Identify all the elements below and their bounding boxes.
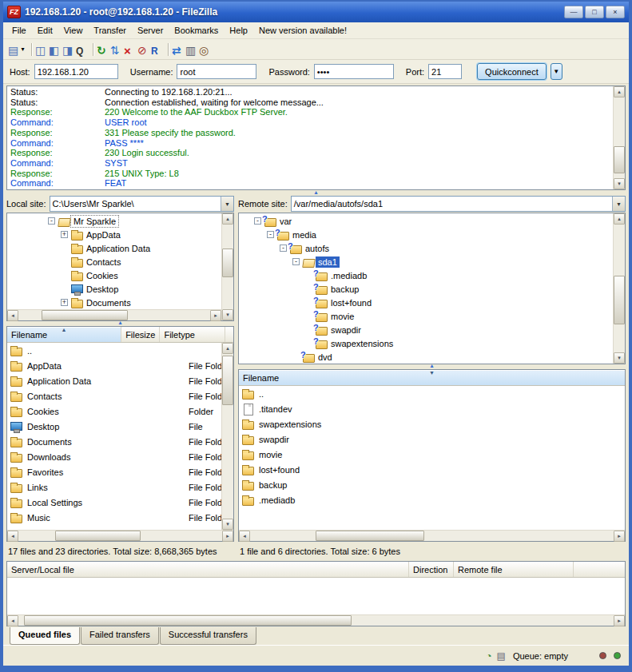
remote-file-list[interactable]: .. .titandev swapextensions [239, 386, 625, 530]
local-tree-hscrollbar[interactable]: ◂ ▸ [7, 309, 221, 320]
menu-item[interactable]: Help [224, 23, 253, 38]
local-file-list[interactable]: .. AppData File Folder [7, 343, 221, 530]
queue-hscrollbar[interactable]: ◂ ▸ [7, 614, 625, 626]
file-row[interactable]: Documents File Folder [7, 434, 221, 449]
transfer-queue-area[interactable] [7, 578, 625, 614]
file-row[interactable]: swapdir [239, 431, 625, 447]
quickconnect-button[interactable]: Quickconnect [477, 63, 547, 80]
scroll-right-icon[interactable]: ▸ [614, 615, 625, 626]
maximize-button[interactable]: □ [585, 6, 604, 18]
menu-item[interactable]: File [6, 23, 32, 38]
scroll-up-icon[interactable]: ▴ [222, 343, 233, 354]
remote-directory-tree[interactable]: - var - media [239, 213, 613, 364]
splitter-collapse-icon[interactable]: ▴ [430, 363, 433, 369]
scroll-left-icon[interactable]: ◂ [239, 531, 250, 542]
tree-item[interactable]: swapdir [239, 323, 613, 336]
tree-expander-icon[interactable]: - [267, 231, 274, 238]
menu-item[interactable]: Edit [32, 23, 58, 38]
tree-item[interactable]: swapextensions [239, 336, 613, 350]
tree-item[interactable]: Contacts [7, 255, 221, 268]
combo-arrow-icon[interactable]: ▼ [612, 197, 625, 211]
log-scrollbar[interactable]: ▴ ▾ [613, 86, 625, 189]
scroll-down-icon[interactable]: ▾ [614, 178, 625, 189]
close-button[interactable]: × [606, 6, 625, 18]
menu-item[interactable]: Transfer [88, 23, 132, 38]
tree-item[interactable]: - var [239, 214, 613, 228]
scroll-right-icon[interactable]: ▸ [210, 310, 221, 321]
tree-expander-icon[interactable]: + [61, 231, 68, 238]
find-files-icon[interactable]: ◎ [199, 44, 213, 55]
file-row[interactable]: Contacts File Folder [7, 388, 221, 404]
scroll-right-icon[interactable]: ▸ [222, 531, 233, 542]
message-log[interactable]: Status:Connecting to 192.168.1.20:21... … [7, 86, 613, 189]
tree-item[interactable]: - media [239, 228, 613, 241]
local-list-hscrollbar[interactable]: ◂ ▸ [7, 530, 233, 541]
quickconnect-dropdown-button[interactable]: ▼ [551, 63, 562, 80]
file-row[interactable]: Local Settings File Folder [7, 495, 221, 510]
tab-failed-transfers[interactable]: Failed transfers [81, 627, 159, 645]
local-directory-tree[interactable]: - Mr Sparkle + AppData [7, 213, 221, 309]
directory-comparison-icon[interactable]: ▥ [185, 44, 199, 55]
menu-item[interactable]: Bookmarks [169, 23, 224, 38]
column-header-direction[interactable]: Direction [409, 562, 454, 577]
file-row[interactable]: Desktop File [7, 419, 221, 434]
scroll-up-icon[interactable]: ▴ [222, 213, 233, 225]
disconnect-icon[interactable]: ⊘ [137, 44, 151, 55]
combo-arrow-icon[interactable]: ▼ [221, 197, 233, 211]
tree-item[interactable]: + AppData [7, 228, 221, 241]
tree-item[interactable]: + Documents [7, 296, 221, 309]
tree-item[interactable]: .mediadb [239, 268, 613, 282]
file-row[interactable]: Favorites File Folder [7, 464, 221, 479]
menu-item[interactable]: View [58, 23, 89, 38]
tree-item[interactable]: - Mr Sparkle [7, 214, 221, 228]
cancel-icon[interactable]: × [124, 44, 137, 55]
file-row[interactable]: AppData File Folder [7, 358, 221, 373]
queue-indicator-icon[interactable]: ▤ [497, 650, 506, 662]
port-input[interactable] [428, 64, 462, 79]
file-row[interactable]: Links File Folder [7, 479, 221, 495]
splitter-collapse-icon[interactable]: ▴ [118, 320, 121, 326]
tab-queued-files[interactable]: Queued files [10, 627, 80, 645]
password-input[interactable] [314, 64, 394, 79]
remote-tree-list-splitter[interactable]: ▴ [238, 364, 626, 369]
tree-expander-icon[interactable]: - [292, 258, 300, 265]
file-row[interactable]: Application Data File Folder [7, 373, 221, 388]
log-panes-splitter[interactable]: ▴ [3, 190, 629, 195]
remote-site-combobox[interactable]: /var/media/autofs/sda1 ▼ [291, 196, 626, 212]
toggle-message-log-icon[interactable]: ◫ [35, 44, 49, 55]
scroll-left-icon[interactable]: ◂ [7, 531, 18, 542]
tree-item[interactable]: Desktop [7, 282, 221, 296]
toggle-remote-tree-icon[interactable]: ◨ [62, 44, 76, 55]
scroll-left-icon[interactable]: ◂ [7, 615, 18, 626]
scroll-down-icon[interactable]: ▾ [222, 519, 233, 530]
tab-successful-transfers[interactable]: Successful transfers [160, 627, 256, 645]
reconnect-icon[interactable]: R [151, 44, 165, 55]
file-row[interactable]: .titandev [239, 401, 625, 416]
tree-item[interactable]: backup [239, 282, 613, 296]
splitter-collapse-icon[interactable]: ▴ [314, 189, 317, 196]
toggle-local-tree-icon[interactable]: ◧ [49, 44, 62, 55]
file-row[interactable]: .. [239, 386, 625, 401]
column-header-local-file[interactable]: Server/Local file [7, 562, 409, 577]
local-tree-vscrollbar[interactable]: ▴ ▾ [221, 213, 233, 320]
scroll-right-icon[interactable]: ▸ [614, 531, 625, 542]
local-site-combobox[interactable]: C:\Users\Mr Sparkle\ ▼ [50, 196, 234, 212]
toggle-queue-icon[interactable]: Q [76, 44, 89, 55]
scroll-up-icon[interactable]: ▴ [614, 86, 625, 97]
tree-expander-icon[interactable]: - [280, 245, 287, 252]
column-header-remote-file[interactable]: Remote file [454, 562, 574, 577]
file-row[interactable]: Downloads File Folder [7, 449, 221, 464]
remote-list-hscrollbar[interactable]: ◂ ▸ [239, 530, 625, 541]
speed-limits-icon[interactable]: ◔ [486, 650, 491, 662]
tree-item[interactable]: dvd [239, 350, 613, 364]
column-header-filename[interactable]: ▲ Filename [7, 327, 121, 342]
file-row[interactable]: movie [239, 447, 625, 462]
tree-expander-icon[interactable]: - [48, 217, 55, 225]
tree-item[interactable]: Application Data [7, 241, 221, 255]
scroll-down-icon[interactable]: ▾ [222, 309, 233, 320]
tree-item[interactable]: movie [239, 309, 613, 323]
scroll-up-icon[interactable]: ▴ [614, 213, 625, 225]
titlebar[interactable]: FZ 192.168.1.20 - root@192.168.1.20 - Fi… [3, 2, 629, 22]
column-header-filetype[interactable]: Filetype [160, 327, 225, 342]
column-header-filename[interactable]: ▼ Filename [239, 370, 625, 385]
